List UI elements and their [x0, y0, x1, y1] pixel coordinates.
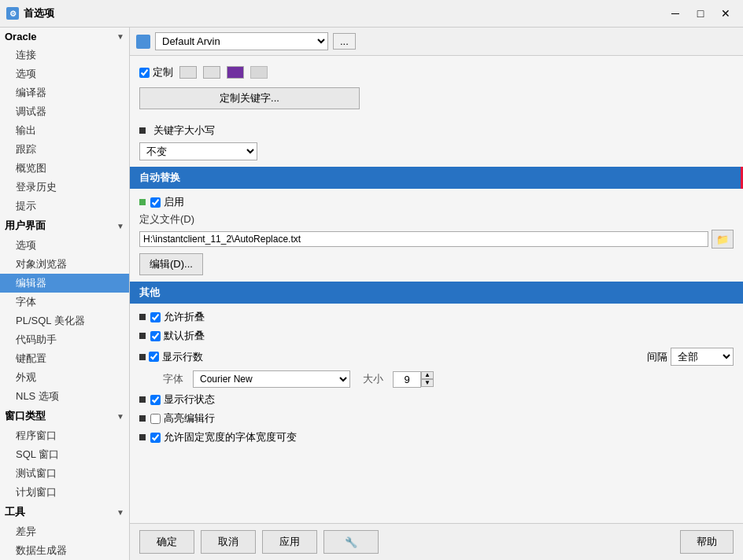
minimize-button[interactable]: ─: [664, 5, 686, 22]
help-button[interactable]: 帮助: [680, 530, 734, 554]
size-up-button[interactable]: ▲: [421, 371, 434, 379]
keyword-case-select[interactable]: 不变 大写 小写: [139, 142, 257, 160]
option-row-highlight: 高亮编辑行: [139, 411, 734, 426]
sidebar-item-wt-program[interactable]: 程序窗口: [0, 426, 129, 445]
right-panel: Default Arvin ... 定制 定制关键字..: [130, 28, 743, 560]
sidebar-item-ui-nls[interactable]: NLS 选项: [0, 387, 129, 406]
chevron-down-icon: ▼: [116, 32, 124, 41]
size-input[interactable]: [393, 371, 421, 388]
profile-select[interactable]: Default Arvin: [155, 32, 328, 50]
sidebar-item-ui-beautifier[interactable]: PL/SQL 美化器: [0, 311, 129, 330]
sidebar-item-oracle-login-history[interactable]: 登录历史: [0, 178, 129, 197]
sidebar-item-tools-datagen[interactable]: 数据生成器: [0, 541, 129, 560]
extra-icon-button[interactable]: 🔧: [323, 530, 379, 554]
allow-fold-label[interactable]: 允许折叠: [150, 310, 205, 324]
interval-row: 间隔 全部 5 10 20: [647, 348, 734, 366]
show-lines-label[interactable]: 显示行数: [149, 350, 203, 364]
variable-width-checkbox[interactable]: [150, 433, 161, 443]
sidebar-item-ui-font[interactable]: 字体: [0, 293, 129, 311]
others-title: 其他: [139, 286, 160, 300]
profile-more-button[interactable]: ...: [333, 33, 356, 50]
sidebar-item-ui-code-assistant[interactable]: 代码助手: [0, 330, 129, 349]
customize-keywords-button[interactable]: 定制关键字...: [139, 87, 360, 109]
sidebar-item-tools-diff[interactable]: 差异: [0, 522, 129, 541]
show-status-checkbox[interactable]: [150, 395, 161, 405]
profile-bar: Default Arvin ...: [130, 28, 743, 56]
edit-button[interactable]: 编辑(D)...: [139, 253, 203, 275]
apply-button[interactable]: 应用: [262, 530, 317, 554]
enable-checkbox-label[interactable]: 启用: [150, 195, 184, 209]
file-path-input[interactable]: [139, 231, 708, 247]
sidebar-group-tools[interactable]: 工具 ▼: [0, 502, 129, 522]
variable-width-label[interactable]: 允许固定宽度的字体宽度可变: [150, 430, 297, 444]
show-lines-indicator: [139, 354, 146, 360]
font-label: 字体: [163, 372, 183, 386]
customize-section: 定制 定制关键字...: [130, 56, 743, 120]
sidebar-group-oracle[interactable]: Oracle ▼: [0, 28, 129, 46]
font-row: 字体 Courier New Arial Consolas 大小 ▲ ▼: [163, 370, 734, 388]
auto-replace-enable-checkbox[interactable]: [150, 197, 161, 208]
sidebar-item-oracle-options[interactable]: 选项: [0, 64, 129, 83]
allow-fold-checkbox[interactable]: [150, 312, 161, 322]
sidebar-item-ui-object-browser[interactable]: 对象浏览器: [0, 255, 129, 274]
content-area: 定制 定制关键字... 关键字大小写 不变: [130, 56, 743, 523]
window-title: 首选项: [24, 6, 54, 20]
sidebar-item-oracle-output[interactable]: 输出: [0, 121, 129, 140]
profile-icon: [136, 35, 150, 49]
folder-icon: 📁: [716, 234, 729, 245]
window-controls: ─ □ ✕: [664, 5, 737, 22]
sidebar-item-ui-editor[interactable]: 编辑器: [0, 274, 129, 293]
close-button[interactable]: ✕: [715, 5, 737, 22]
bottom-bar: 确定 取消 应用 🔧 帮助: [130, 523, 743, 560]
size-spinner: ▲ ▼: [393, 371, 434, 388]
ok-button[interactable]: 确定: [139, 530, 194, 554]
interval-select[interactable]: 全部 5 10 20: [671, 348, 734, 366]
sidebar-item-wt-test[interactable]: 测试窗口: [0, 464, 129, 483]
sidebar-group-window-type[interactable]: 窗口类型 ▼: [0, 406, 129, 426]
highlight-label[interactable]: 高亮编辑行: [150, 411, 215, 426]
chevron-down-icon: ▼: [116, 412, 124, 421]
sidebar-item-wt-plan[interactable]: 计划窗口: [0, 483, 129, 502]
show-status-label[interactable]: 显示行状态: [150, 392, 215, 407]
interval-label: 间隔: [647, 350, 667, 364]
chevron-down-icon: ▼: [116, 222, 124, 230]
sidebar-item-oracle-overview[interactable]: 概览图: [0, 159, 129, 178]
customize-checkbox-label[interactable]: 定制: [139, 65, 173, 79]
maximize-button[interactable]: □: [689, 5, 712, 22]
color-box-2[interactable]: [203, 66, 220, 79]
color-box-3[interactable]: [227, 66, 244, 79]
default-fold-label[interactable]: 默认折叠: [150, 329, 205, 343]
color-box-1[interactable]: [179, 66, 197, 79]
color-box-4[interactable]: [250, 66, 268, 79]
keyword-case-section: 关键字大小写 不变 大写 小写: [130, 120, 743, 167]
default-fold-checkbox[interactable]: [150, 331, 161, 341]
others-content: 允许折叠 默认折叠: [130, 304, 743, 455]
font-select[interactable]: Courier New Arial Consolas: [193, 370, 350, 388]
auto-replace-header: 自动替换: [130, 167, 743, 189]
sidebar-item-wt-sql[interactable]: SQL 窗口: [0, 445, 129, 464]
sidebar-item-oracle-connection[interactable]: 连接: [0, 46, 129, 64]
enabled-indicator: [139, 199, 146, 205]
others-header: 其他: [130, 282, 743, 304]
sidebar-item-oracle-compiler[interactable]: 编译器: [0, 83, 129, 102]
sidebar-item-ui-key-config[interactable]: 键配置: [0, 349, 129, 368]
size-down-button[interactable]: ▼: [421, 379, 434, 387]
show-lines-checkbox[interactable]: [149, 352, 159, 362]
show-status-indicator: [139, 396, 146, 403]
option-row-show-lines: 显示行数 间隔 全部 5 10 20: [139, 348, 734, 366]
sidebar-item-oracle-trace[interactable]: 跟踪: [0, 140, 129, 159]
keyword-indicator: [139, 127, 146, 134]
cancel-button[interactable]: 取消: [201, 530, 256, 554]
fold-indicator: [139, 314, 146, 320]
sidebar-item-oracle-debugger[interactable]: 调试器: [0, 102, 129, 121]
sidebar-group-ui[interactable]: 用户界面 ▼: [0, 216, 129, 236]
highlight-checkbox[interactable]: [150, 414, 161, 424]
sidebar-item-ui-options[interactable]: 选项: [0, 236, 129, 255]
customize-checkbox[interactable]: [139, 68, 150, 78]
file-path-row: 📁: [139, 230, 734, 249]
keyword-case-label: 关键字大小写: [153, 123, 215, 138]
file-browse-button[interactable]: 📁: [712, 230, 734, 249]
bottom-left-buttons: 确定 取消 应用 🔧: [139, 530, 379, 554]
sidebar-item-ui-appearance[interactable]: 外观: [0, 368, 129, 387]
sidebar-item-oracle-hints[interactable]: 提示: [0, 197, 129, 216]
